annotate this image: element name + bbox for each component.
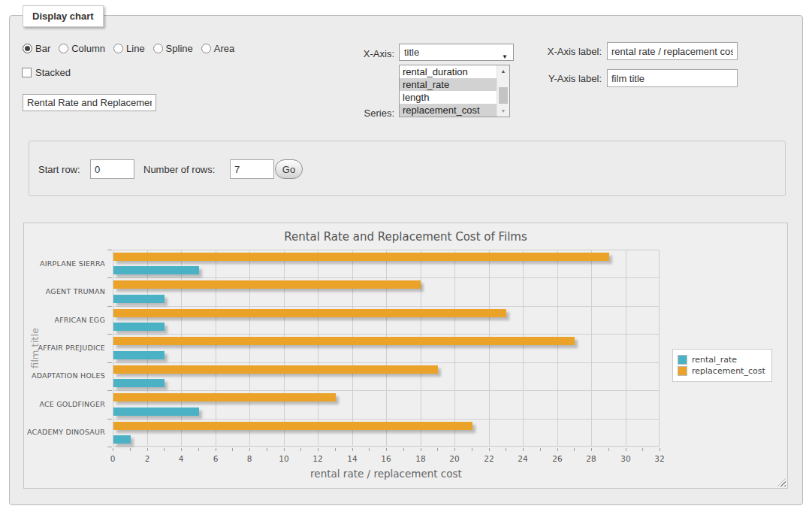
series-option-replacement_cost[interactable]: replacement_cost xyxy=(400,104,497,117)
x-tick-label: 24 xyxy=(508,454,538,463)
page: Display chart BarColumnLineSplineArea St… xyxy=(0,0,812,512)
gridline-horizontal xyxy=(113,277,660,278)
bar-replacement_cost-4 xyxy=(113,365,438,374)
gridline-horizontal xyxy=(113,419,660,420)
num-rows-label: Number of rows: xyxy=(143,164,215,175)
gridline-vertical xyxy=(557,250,558,447)
series-option-rental_duration[interactable]: rental_duration xyxy=(400,65,497,78)
chart-legend: rental_ratereplacement_cost xyxy=(672,349,772,382)
category-label: AFFAIR PREJUDICE xyxy=(24,344,105,353)
start-row-input[interactable] xyxy=(90,159,134,179)
x-tick-mark xyxy=(198,448,199,451)
scroll-up-icon[interactable]: ▲ xyxy=(497,65,509,77)
chart-type-radio-group: BarColumnLineSplineArea xyxy=(23,43,243,54)
y-axis-label-input[interactable] xyxy=(607,69,738,87)
category-label: AGENT TRUMAN xyxy=(24,287,105,296)
gridline-vertical xyxy=(284,250,285,447)
x-axis-selected-value: title xyxy=(404,47,419,58)
x-tick-mark xyxy=(574,448,575,451)
x-tick-mark xyxy=(369,448,370,451)
gridline-vertical xyxy=(421,250,421,447)
y-tick-mark xyxy=(107,362,112,363)
num-rows-input[interactable] xyxy=(230,159,274,179)
chart-type-option-bar: Bar xyxy=(23,43,50,54)
chart-type-label: Column xyxy=(71,43,105,54)
chart-x-axis-label: rental rate / replacement cost xyxy=(113,468,660,480)
dropdown-arrow-icon: ▼ xyxy=(502,49,508,65)
x-tick-mark xyxy=(284,448,285,451)
gridline-vertical xyxy=(386,250,387,447)
gridline-vertical xyxy=(454,250,455,447)
x-tick-mark xyxy=(130,448,131,451)
x-tick-mark xyxy=(216,448,216,451)
category-label: ACADEMY DINOSAUR xyxy=(24,428,105,437)
listbox-scrollbar[interactable]: ▲ ▼ xyxy=(497,65,509,117)
x-tick-mark xyxy=(506,448,506,451)
scroll-down-icon[interactable]: ▼ xyxy=(497,105,509,117)
gridline-horizontal xyxy=(113,362,660,363)
x-tick-mark xyxy=(113,448,113,451)
x-tick-label: 0 xyxy=(98,454,128,463)
chart-type-radio-column[interactable] xyxy=(59,44,68,53)
chart-type-radio-area[interactable] xyxy=(201,44,211,53)
x-tick-mark xyxy=(267,448,267,451)
scrollbar-thumb[interactable] xyxy=(499,87,508,104)
bar-rental_rate-1 xyxy=(113,295,165,303)
x-axis-select-label: X-Axis: xyxy=(310,48,394,59)
bar-replacement_cost-3 xyxy=(113,337,575,345)
x-tick-mark xyxy=(608,448,609,451)
x-tick-label: 18 xyxy=(406,454,436,463)
series-listbox[interactable]: rental_durationrental_ratelengthreplacem… xyxy=(399,65,510,117)
chart-type-option-line: Line xyxy=(113,43,145,54)
x-tick-label: 2 xyxy=(132,454,162,463)
x-tick-mark xyxy=(421,448,421,451)
x-tick-mark xyxy=(147,448,148,451)
x-tick-label: 20 xyxy=(439,454,469,463)
legend-label: rental_rate xyxy=(692,355,737,365)
legend-swatch xyxy=(678,355,687,365)
chart-type-label: Spline xyxy=(166,43,193,54)
y-tick-mark xyxy=(107,390,112,391)
x-axis-label-input[interactable] xyxy=(607,42,738,60)
x-tick-label: 16 xyxy=(371,454,401,463)
chart-type-radio-bar[interactable] xyxy=(23,44,32,53)
series-options: rental_durationrental_ratelengthreplacem… xyxy=(400,65,509,117)
stacked-label: Stacked xyxy=(35,67,71,78)
x-tick-label: 26 xyxy=(542,454,572,463)
y-tick-mark xyxy=(107,419,112,420)
x-tick-mark xyxy=(386,448,387,451)
gridline-vertical xyxy=(591,250,592,447)
legend-swatch xyxy=(678,366,687,376)
x-tick-mark xyxy=(489,448,490,451)
chart-type-label: Bar xyxy=(35,43,50,54)
x-axis-select[interactable]: title ▼ xyxy=(399,44,514,61)
x-tick-mark xyxy=(352,448,353,451)
gridline-horizontal xyxy=(113,334,660,335)
chart-type-radio-line[interactable] xyxy=(113,44,123,53)
resize-handle-icon[interactable] xyxy=(777,478,786,486)
x-tick-label: 12 xyxy=(303,454,333,463)
x-tick-label: 22 xyxy=(474,454,504,463)
gridline-vertical xyxy=(489,250,490,447)
x-tick-mark xyxy=(335,448,336,451)
x-tick-mark xyxy=(660,448,660,451)
category-label: AIRPLANE SIERRA xyxy=(24,259,105,268)
y-tick-mark xyxy=(107,334,112,335)
x-tick-mark xyxy=(626,448,626,451)
chart-type-radio-spline[interactable] xyxy=(153,44,163,53)
y-axis-label-field-label: Y-Axis label: xyxy=(518,73,602,84)
stacked-checkbox[interactable] xyxy=(22,68,32,77)
go-button[interactable]: Go xyxy=(275,159,303,179)
category-label: ADAPTATION HOLES xyxy=(24,371,105,380)
chart-title-input[interactable] xyxy=(23,94,156,111)
x-tick-label: 30 xyxy=(611,454,641,463)
series-option-length[interactable]: length xyxy=(400,91,497,104)
gridline-vertical xyxy=(626,250,626,447)
bar-rental_rate-6 xyxy=(113,435,131,444)
x-tick-mark xyxy=(642,448,643,451)
x-tick-label: 32 xyxy=(644,454,675,463)
series-option-rental_rate[interactable]: rental_rate xyxy=(400,78,497,91)
stacked-row: Stacked xyxy=(22,67,71,78)
x-tick-label: 28 xyxy=(576,454,606,463)
x-tick-mark xyxy=(318,448,318,451)
